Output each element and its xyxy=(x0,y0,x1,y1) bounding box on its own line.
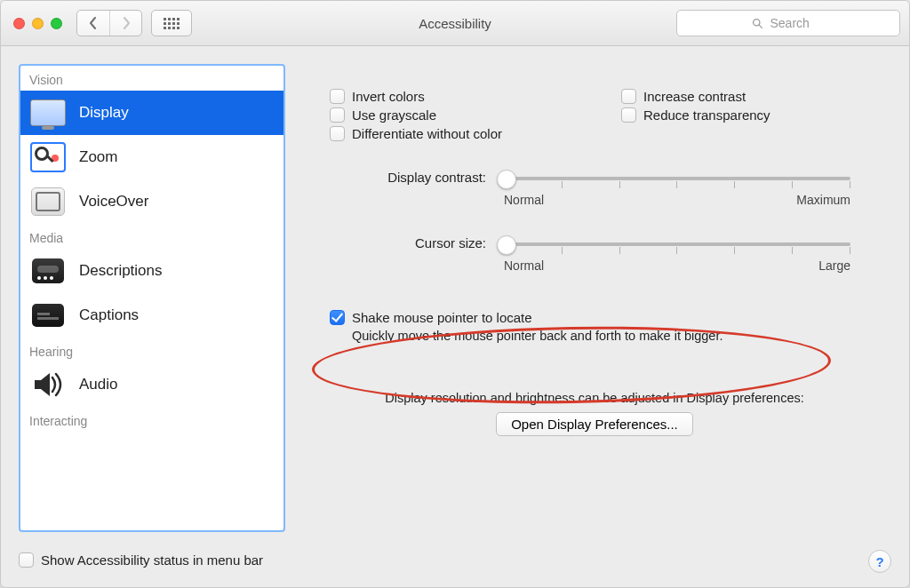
slider-max-label: Maximum xyxy=(796,193,850,207)
forward-button[interactable] xyxy=(109,11,141,36)
back-button[interactable] xyxy=(77,11,109,36)
slider-min-label: Normal xyxy=(504,258,544,273)
category-sidebar[interactable]: Vision Display Zoom VoiceOver Media Desc… xyxy=(19,64,285,532)
window-controls xyxy=(10,18,68,29)
slider-min-label: Normal xyxy=(504,193,544,207)
checkbox-icon xyxy=(330,126,345,141)
checkbox-differentiate-without-color[interactable]: Differentiate without color xyxy=(330,126,568,141)
search-input[interactable] xyxy=(769,15,826,31)
chevron-left-icon xyxy=(89,17,98,29)
footer: Show Accessibility status in menu bar ? xyxy=(1,550,909,587)
zoom-icon xyxy=(30,142,66,172)
search-icon xyxy=(752,18,763,29)
sidebar-item-zoom[interactable]: Zoom xyxy=(20,135,283,179)
sidebar-item-label: Zoom xyxy=(79,148,117,166)
shake-description: Quickly move the mouse pointer back and … xyxy=(352,329,859,343)
show-all-button[interactable] xyxy=(151,10,192,36)
checkbox-label: Shake mouse pointer to locate xyxy=(352,310,532,325)
cursor-size-slider[interactable]: Normal Large xyxy=(495,234,859,269)
display-contrast-slider[interactable]: Normal Maximum xyxy=(495,168,859,203)
slider-track xyxy=(504,177,850,180)
sidebar-item-descriptions[interactable]: Descriptions xyxy=(20,249,283,293)
captions-icon xyxy=(32,304,64,327)
svg-line-1 xyxy=(759,25,762,28)
checkbox-icon xyxy=(621,89,636,104)
group-label-hearing: Hearing xyxy=(20,338,283,362)
help-button[interactable]: ? xyxy=(868,550,891,573)
sidebar-item-captions[interactable]: Captions xyxy=(20,293,283,338)
slider-ticks xyxy=(504,247,850,254)
sidebar-item-voiceover[interactable]: VoiceOver xyxy=(20,179,283,224)
grid-icon xyxy=(164,18,180,29)
display-contrast-label: Display contrast: xyxy=(330,168,486,185)
checkbox-label: Differentiate without color xyxy=(352,126,502,141)
checkbox-invert-colors[interactable]: Invert colors xyxy=(330,89,568,104)
checkbox-label: Reduce transparency xyxy=(643,107,770,123)
sidebar-item-label: Captions xyxy=(79,306,139,324)
voiceover-icon xyxy=(31,187,65,216)
sidebar-item-display[interactable]: Display xyxy=(20,91,283,135)
close-window-button[interactable] xyxy=(13,18,25,29)
checkbox-shake-to-locate[interactable]: Shake mouse pointer to locate xyxy=(330,310,859,325)
group-label-interacting: Interacting xyxy=(20,407,283,432)
cursor-size-label: Cursor size: xyxy=(330,234,486,250)
display-icon xyxy=(30,99,66,126)
checkbox-increase-contrast[interactable]: Increase contrast xyxy=(621,89,859,104)
sidebar-item-label: Display xyxy=(79,104,129,122)
slider-knob[interactable] xyxy=(497,235,516,255)
slider-max-label: Large xyxy=(818,258,850,273)
sidebar-item-label: Descriptions xyxy=(79,262,163,280)
checkbox-icon xyxy=(330,89,345,104)
checkbox-label: Use grayscale xyxy=(352,107,436,123)
sidebar-item-audio[interactable]: Audio xyxy=(20,362,283,407)
body: Vision Display Zoom VoiceOver Media Desc… xyxy=(1,46,909,550)
sidebar-item-label: VoiceOver xyxy=(79,193,148,211)
display-preferences-note: Display resolution and brightness can be… xyxy=(330,391,859,405)
checkbox-icon xyxy=(19,552,34,568)
preferences-window: Accessibility Vision Display Zoom VoiceO… xyxy=(0,0,910,588)
search-field[interactable] xyxy=(676,10,900,36)
slider-knob[interactable] xyxy=(497,170,516,189)
checkbox-label: Show Accessibility status in menu bar xyxy=(41,552,263,568)
checkbox-icon xyxy=(330,310,345,325)
checkbox-label: Invert colors xyxy=(352,89,425,104)
checkbox-show-status-menu-bar[interactable]: Show Accessibility status in menu bar xyxy=(19,552,263,568)
open-display-preferences-button[interactable]: Open Display Preferences... xyxy=(496,412,693,436)
checkbox-icon xyxy=(330,107,345,123)
group-label-media: Media xyxy=(20,224,283,249)
descriptions-icon xyxy=(32,258,64,283)
speaker-icon xyxy=(31,370,65,399)
group-label-vision: Vision xyxy=(20,66,283,91)
checkbox-reduce-transparency[interactable]: Reduce transparency xyxy=(621,107,859,123)
checkbox-icon xyxy=(621,107,636,123)
sidebar-item-label: Audio xyxy=(79,376,117,393)
nav-segmented-control xyxy=(76,10,142,36)
zoom-window-button[interactable] xyxy=(51,18,62,29)
slider-ticks xyxy=(504,181,850,188)
checkbox-label: Increase contrast xyxy=(643,89,746,104)
display-pane: Invert colors Use grayscale Differentiat… xyxy=(298,64,891,532)
minimize-window-button[interactable] xyxy=(32,18,44,29)
checkbox-use-grayscale[interactable]: Use grayscale xyxy=(330,107,568,123)
chevron-right-icon xyxy=(122,17,131,29)
titlebar: Accessibility xyxy=(1,1,909,46)
slider-track xyxy=(504,242,850,246)
